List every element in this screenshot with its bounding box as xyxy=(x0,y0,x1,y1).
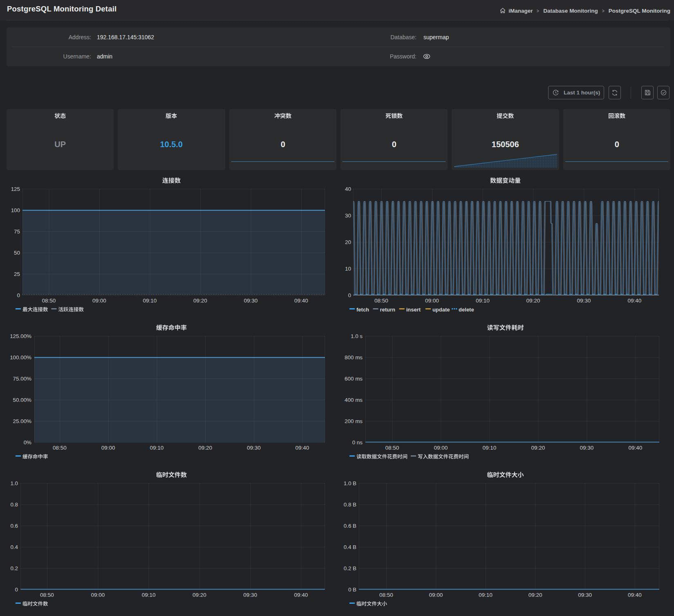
svg-text:09:00: 09:00 xyxy=(425,298,439,304)
svg-text:09:00: 09:00 xyxy=(101,445,115,451)
svg-text:08:50: 08:50 xyxy=(379,592,393,598)
svg-text:09:00: 09:00 xyxy=(92,298,106,304)
svg-text:0.2 B: 0.2 B xyxy=(344,565,356,571)
svg-text:0.2: 0.2 xyxy=(10,565,18,571)
svg-text:09:30: 09:30 xyxy=(580,445,594,451)
svg-text:08:50: 08:50 xyxy=(53,445,67,451)
svg-text:100: 100 xyxy=(11,207,20,213)
svg-text:09:30: 09:30 xyxy=(243,592,257,598)
svg-text:125: 125 xyxy=(11,186,20,192)
svg-text:09:40: 09:40 xyxy=(629,445,643,451)
svg-text:25.00%: 25.00% xyxy=(13,418,32,424)
svg-text:UP: UP xyxy=(54,140,66,149)
svg-text:0: 0 xyxy=(614,140,619,149)
svg-text:0 B: 0 B xyxy=(348,587,356,593)
svg-text:return: return xyxy=(380,307,396,313)
svg-text:09:00: 09:00 xyxy=(434,445,448,451)
svg-text:09:30: 09:30 xyxy=(244,298,258,304)
svg-text:600 ms: 600 ms xyxy=(345,376,363,382)
svg-text:09:40: 09:40 xyxy=(294,592,308,598)
svg-text:09:20: 09:20 xyxy=(193,592,206,598)
svg-text:30: 30 xyxy=(345,213,351,219)
svg-text:09:10: 09:10 xyxy=(150,445,164,451)
svg-text:08:50: 08:50 xyxy=(42,298,56,304)
svg-text:1.0 B: 1.0 B xyxy=(344,480,356,486)
svg-text:09:10: 09:10 xyxy=(479,592,493,598)
svg-text:0: 0 xyxy=(392,140,396,149)
svg-text:delete: delete xyxy=(459,307,474,313)
svg-text:400 ms: 400 ms xyxy=(345,397,363,403)
svg-text:1.0 s: 1.0 s xyxy=(351,333,363,339)
svg-text:100.00%: 100.00% xyxy=(10,354,31,361)
svg-text:08:50: 08:50 xyxy=(40,592,54,598)
svg-text:09:40: 09:40 xyxy=(294,298,308,304)
svg-text:09:10: 09:10 xyxy=(483,445,497,451)
svg-text:09:30: 09:30 xyxy=(247,445,261,451)
svg-text:09:20: 09:20 xyxy=(528,592,542,598)
svg-text:0.6: 0.6 xyxy=(10,523,18,529)
svg-text:0.4 B: 0.4 B xyxy=(344,544,356,550)
svg-text:1.0: 1.0 xyxy=(10,480,18,486)
svg-text:09:00: 09:00 xyxy=(91,592,105,598)
svg-text:50: 50 xyxy=(14,250,20,256)
svg-text:09:30: 09:30 xyxy=(578,592,592,598)
svg-text:150506: 150506 xyxy=(492,140,519,149)
svg-text:09:10: 09:10 xyxy=(143,298,157,304)
svg-text:50.00%: 50.00% xyxy=(13,397,32,403)
svg-text:09:00: 09:00 xyxy=(429,592,443,598)
svg-text:0.8 B: 0.8 B xyxy=(344,502,356,508)
svg-text:08:50: 08:50 xyxy=(374,298,388,304)
svg-text:update: update xyxy=(432,307,450,313)
svg-text:09:40: 09:40 xyxy=(628,592,642,598)
svg-text:0.6 B: 0.6 B xyxy=(344,523,356,529)
svg-text:insert: insert xyxy=(406,307,421,313)
svg-text:09:30: 09:30 xyxy=(577,298,591,304)
svg-text:09:40: 09:40 xyxy=(628,298,642,304)
svg-text:10.5.0: 10.5.0 xyxy=(160,140,183,149)
svg-text:09:10: 09:10 xyxy=(142,592,156,598)
svg-text:09:20: 09:20 xyxy=(531,445,545,451)
svg-text:09:10: 09:10 xyxy=(476,298,490,304)
svg-text:fetch: fetch xyxy=(356,307,369,313)
svg-text:0: 0 xyxy=(280,140,285,149)
svg-text:125.00%: 125.00% xyxy=(10,333,31,339)
svg-text:0.8: 0.8 xyxy=(10,502,18,508)
svg-text:0: 0 xyxy=(15,587,18,593)
svg-text:0: 0 xyxy=(17,292,20,298)
svg-text:0.4: 0.4 xyxy=(10,544,18,550)
svg-text:0 ns: 0 ns xyxy=(352,439,363,446)
svg-text:10: 10 xyxy=(345,266,351,272)
svg-text:40: 40 xyxy=(345,186,351,192)
svg-text:20: 20 xyxy=(345,239,351,245)
svg-text:25: 25 xyxy=(14,271,20,277)
svg-text:0%: 0% xyxy=(24,439,31,446)
svg-text:75.00%: 75.00% xyxy=(13,376,32,382)
svg-text:75: 75 xyxy=(14,228,20,235)
svg-text:200 ms: 200 ms xyxy=(345,418,363,424)
svg-text:09:40: 09:40 xyxy=(296,445,309,451)
svg-text:08:50: 08:50 xyxy=(385,445,399,451)
svg-text:0: 0 xyxy=(348,292,351,298)
svg-text:09:20: 09:20 xyxy=(526,298,540,304)
svg-text:09:20: 09:20 xyxy=(193,298,207,304)
svg-text:800 ms: 800 ms xyxy=(345,354,363,361)
svg-text:09:20: 09:20 xyxy=(198,445,212,451)
